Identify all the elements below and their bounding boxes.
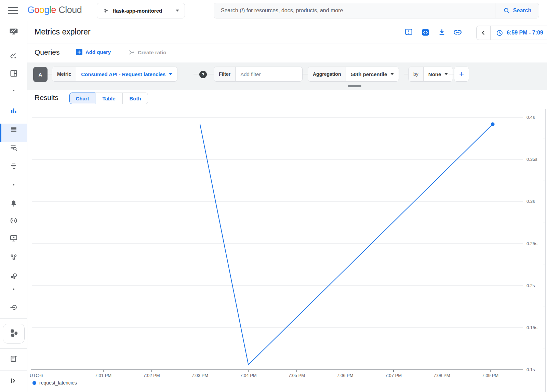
project-selector[interactable]: flask-app-monitored [97,3,185,18]
chart-plot-area[interactable] [0,109,547,392]
sidebar-item-topology[interactable] [0,250,27,266]
results-toolbar: Results Chart Table Both [27,90,547,109]
logo-letter: o [39,5,44,15]
search-input[interactable] [214,3,495,18]
filter-input[interactable] [240,71,295,77]
chevron-down-icon [176,10,179,12]
time-range-value: 6:59 PM - 7:09 [507,30,543,36]
time-range-picker[interactable]: 6:59 PM - 7:09 [476,26,547,40]
sidebar-item-data-arrow[interactable] [0,300,27,316]
search-button[interactable]: Search [495,3,539,18]
sidebar-item-dashboards[interactable] [0,66,27,82]
project-name: flask-app-monitored [113,8,162,14]
sidebar-nav [0,21,27,392]
monitoring-logo-icon [9,27,19,38]
tab-chart[interactable]: Chart [69,93,95,104]
sidebar-item-monitoring-logo[interactable] [0,24,27,41]
create-ratio-button[interactable]: Create ratio [128,49,166,56]
series-line[interactable] [200,124,493,365]
feedback-icon[interactable] [401,25,416,39]
add-aggregation-button[interactable]: + [454,67,469,82]
latency-chart: 0.4s0.35s0.3s0.25s0.2s0.15s0.1s7:01 PM7:… [0,109,547,392]
chevron-down-icon [390,73,394,75]
filter-label: Filter [214,67,236,81]
tune-icon [10,162,18,171]
download-icon[interactable] [435,25,449,39]
sidebar-item-dot [0,282,27,298]
aggregation-label: Aggregation [308,67,346,81]
logo-letter: o [35,5,40,15]
page-title: Metrics explorer [35,27,91,37]
results-heading: Results [35,94,58,102]
query-letter-badge[interactable]: A [33,67,48,82]
add-query-label: Add query [85,49,111,55]
sidebar-item-uptime-monitor[interactable] [0,231,27,247]
sidebar-item-dot [0,83,27,99]
bar-chart-icon [10,107,18,116]
chart-right-edge [545,109,546,392]
queries-toolbar: Queries Add query Create ratio [27,43,547,62]
line-chart-icon [10,51,18,61]
tab-both[interactable]: Both [123,93,148,104]
sidebar-item-line-chart[interactable] [0,48,27,64]
project-hexagons-icon [103,8,109,14]
connector [303,74,308,74]
help-icon[interactable]: ? [199,71,207,78]
sidebar-item-logs-search[interactable] [0,140,27,157]
link-icon[interactable] [450,25,465,39]
create-ratio-label: Create ratio [138,50,166,55]
chevron-down-icon [444,73,448,75]
legend-color-dot [32,381,36,385]
top-bar: GoogleCloud flask-app-monitored Search [0,0,547,21]
connector [194,74,199,74]
by-label: by [409,67,424,81]
dashboards-icon [10,69,18,79]
code-icon[interactable] [418,25,432,39]
logo-letter: g [44,5,50,15]
add-query-button[interactable]: Add query [76,49,111,55]
sidebar-divider [0,370,27,371]
aggregation-selector[interactable]: Aggregation 50th percentile [308,67,399,82]
connector [404,74,408,74]
sidebar-item-bell[interactable] [0,196,27,212]
google-cloud-logo: GoogleCloud [27,5,82,15]
sidebar-item-doc-sparkle[interactable] [0,351,27,368]
plus-square-icon [76,49,82,55]
sidebar-item-services[interactable] [0,213,27,229]
tab-table[interactable]: Table [95,93,123,104]
chart-legend: request_latencies [32,380,77,386]
merge-arrow-icon [128,49,135,56]
aggregation-value: 50th percentile [351,71,387,77]
page-header: Metrics explorer 6:59 PM - 7:09 [27,21,547,43]
sidebar-item-stacked-lines[interactable] [0,122,27,138]
metric-label: Metric [52,67,76,81]
hamburger-menu-icon[interactable] [8,7,18,14]
group-by-selector[interactable]: by None [408,67,453,82]
connector [48,74,52,74]
view-toggle: Chart Table Both [69,93,148,104]
metric-value: Consumed API - Request latencies [81,71,165,77]
sidebar-item-tune[interactable] [0,158,27,175]
divider [490,26,491,40]
sidebar-item-bar-chart-selected[interactable] [0,103,27,120]
uptime-monitor-icon [10,234,18,244]
sidebar-item-hexagon-cluster[interactable] [3,324,25,344]
sidebar-item-expand-panel[interactable] [0,373,27,390]
series-end-dot[interactable] [491,122,495,126]
logo-letter: e [51,5,56,15]
connector [449,74,454,74]
doc-sparkle-icon [10,355,18,364]
data-arrow-icon [10,303,18,313]
dot-icon [10,86,18,96]
sidebar-divider [0,318,27,319]
chevron-left-icon[interactable] [477,29,490,37]
google-wordmark: Google [27,5,56,15]
resize-drag-handle[interactable] [348,85,361,87]
metric-selector[interactable]: Metric Consumed API - Request latencies [52,67,177,82]
dot-icon [10,181,18,190]
search-button-label: Search [513,8,531,14]
expand-panel-icon [10,377,18,386]
filter-field[interactable]: Filter [214,67,303,82]
queries-heading: Queries [35,48,60,56]
legend-series-name: request_latencies [39,380,77,386]
